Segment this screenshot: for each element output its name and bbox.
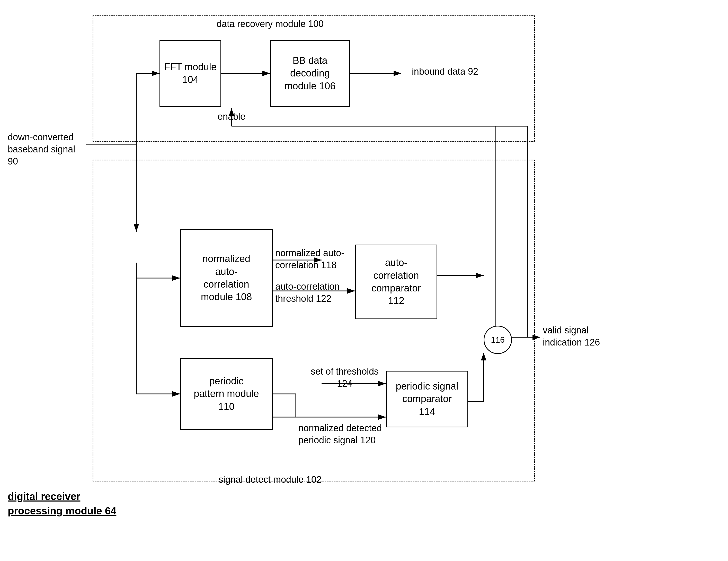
valid-signal-label: valid signal indication 126: [543, 325, 625, 349]
bb-data-label: BB data decoding module 106: [285, 54, 336, 92]
autocorr-threshold-label: auto-correlation threshold 122: [275, 280, 363, 305]
down-converted-label: down-converted baseband signal 90: [8, 131, 85, 167]
enable-label: enable: [211, 111, 252, 123]
normalized-autocorr-module-box: normalized auto- correlation module 108: [180, 229, 273, 327]
fft-module-label: FFT module 104: [164, 61, 217, 86]
periodic-pattern-module-box: periodic pattern module 110: [180, 358, 273, 430]
and-gate-label: 116: [491, 335, 504, 345]
periodic-signal-comparator-label: periodic signal comparator 114: [396, 380, 458, 418]
bb-data-module-box: BB data decoding module 106: [270, 40, 350, 107]
inbound-data-label: inbound data 92: [406, 66, 484, 78]
autocorr-comparator-box: auto- correlation comparator 112: [355, 244, 437, 319]
autocorr-comparator-label: auto- correlation comparator 112: [371, 256, 421, 308]
normalized-autocorr-label: normalized auto- correlation module 108: [201, 252, 252, 304]
fft-module-box: FFT module 104: [159, 40, 221, 107]
signal-detect-label: signal detect module 102: [180, 474, 360, 486]
and-gate-circle: 116: [484, 326, 512, 354]
bottom-module-label: digital receiver processing module 64: [8, 489, 162, 518]
periodic-signal-comparator-box: periodic signal comparator 114: [386, 371, 468, 427]
normalized-autocorr-118-label: normalized auto- correlation 118: [275, 247, 363, 271]
periodic-pattern-label: periodic pattern module 110: [194, 375, 259, 413]
data-recovery-label: data recovery module 100: [180, 18, 360, 30]
set-of-thresholds-label: set of thresholds 124: [309, 366, 381, 390]
diagram: data recovery module 100 FFT module 104 …: [0, 0, 728, 561]
normalized-detected-label: normalized detected periodic signal 120: [298, 422, 396, 446]
